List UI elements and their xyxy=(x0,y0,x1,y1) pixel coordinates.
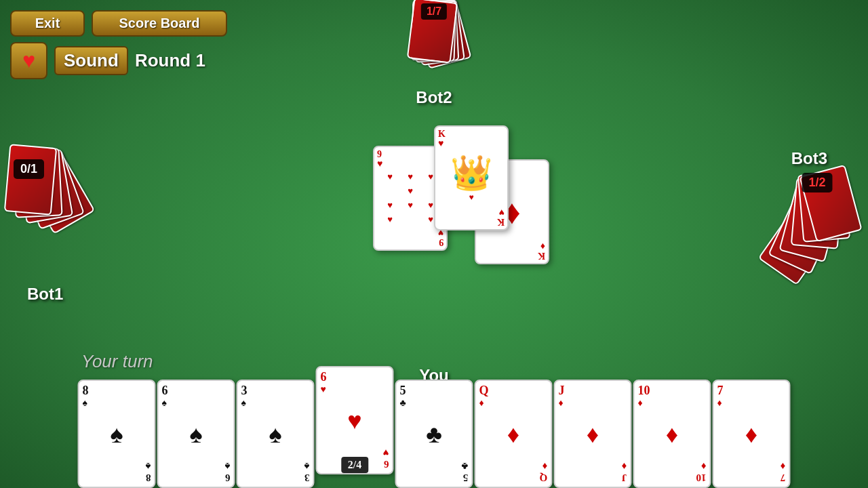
exit-button[interactable]: Exit xyxy=(10,10,85,37)
played-card-k-hearts: K ♥ 👑 ♥ K ♥ xyxy=(434,125,509,230)
bot1-card-count: 0/1 xyxy=(20,162,37,176)
bot1-name-label: Bot1 xyxy=(27,285,63,304)
bot3-card-badge: 1/2 xyxy=(802,173,832,192)
center-play-area: 9 ♥ ♥♥♥ ♥ ♥♥♥ ♥♥ 9 ♥ K ♥ 👑 ♥ K ♥ xyxy=(326,119,542,261)
bot2-stack: 1/7 xyxy=(403,0,465,75)
bot1-card-badge: 0/1 xyxy=(14,159,44,179)
bot3-name-label: Bot3 xyxy=(791,149,827,168)
bot1-stack: 0/1 xyxy=(0,146,88,234)
bot3-stack: 1/2 xyxy=(766,169,868,285)
hand-card-6-spades[interactable]: 6♠ ♠ 6♠ xyxy=(157,380,235,488)
hand-card-3-spades[interactable]: 3♠ ♠ 3♠ xyxy=(237,380,315,488)
bot2-card-count: 1/7 xyxy=(427,5,441,17)
bot3-card-count: 1/2 xyxy=(808,176,825,189)
you-play-count: 2/4 xyxy=(348,459,361,470)
bot2-card-badge: 1/7 xyxy=(421,3,447,20)
top-left-controls: Exit Score Board ♥ Sound Round 1 xyxy=(10,10,227,79)
scoreboard-button[interactable]: Score Board xyxy=(92,10,227,37)
heart-icon: ♥ xyxy=(22,48,35,73)
player-hand: 8♠ ♠ 8♠ 6♠ ♠ 6♠ 3♠ ♠ 3♠ 6♥ ♥ 6♥ 2/4 5♣ ♣… xyxy=(78,380,791,488)
hand-card-10-diamonds[interactable]: 10♦ ♦ 10♦ xyxy=(633,380,711,488)
hand-card-6-hearts[interactable]: 6♥ ♥ 6♥ 2/4 xyxy=(316,366,394,474)
hand-card-j-diamonds[interactable]: J♦ ♦ J♦ xyxy=(554,380,632,488)
play-count-badge: 2/4 xyxy=(341,457,368,473)
hand-card-5-clubs[interactable]: 5♣ ♣ 5♣ xyxy=(395,380,473,488)
round-label: Round 1 xyxy=(135,50,205,71)
sound-toggle-button[interactable]: ♥ xyxy=(10,42,47,79)
hand-card-8-spades[interactable]: 8♠ ♠ 8♠ xyxy=(78,380,156,488)
hand-card-q-diamonds[interactable]: Q♦ ♦ Q♦ xyxy=(475,380,553,488)
your-turn-text: Your turn xyxy=(81,351,153,372)
sound-label[interactable]: Sound xyxy=(54,46,128,75)
bot2-name-label: Bot2 xyxy=(416,88,452,107)
hand-card-7-diamonds[interactable]: 7♦ ♦ 7♦ xyxy=(713,380,791,488)
